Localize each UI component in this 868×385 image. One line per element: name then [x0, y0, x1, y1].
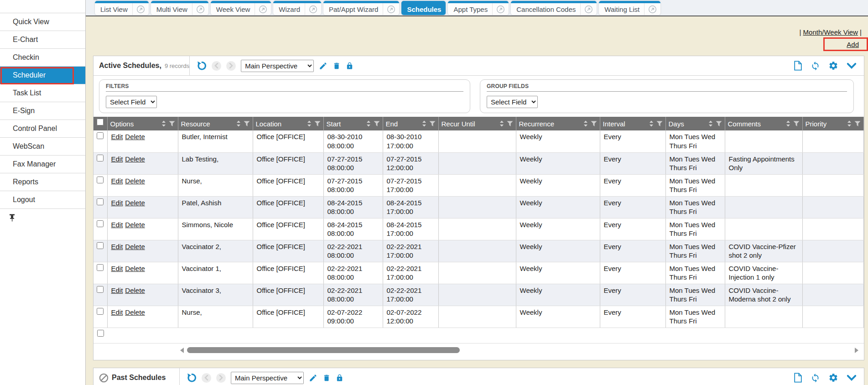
undo-icon[interactable] — [196, 61, 207, 71]
column-header[interactable]: Start — [323, 117, 383, 130]
open-new-window-icon[interactable] — [305, 3, 321, 15]
edit-pencil-icon[interactable] — [309, 374, 317, 382]
row-checkbox[interactable] — [97, 177, 104, 183]
tab[interactable]: Appt Types — [448, 1, 509, 15]
pin-icon[interactable] — [9, 214, 15, 222]
row-checkbox[interactable] — [97, 132, 104, 139]
delete-link[interactable]: Delete — [125, 199, 145, 207]
filter-funnel-icon[interactable] — [793, 121, 800, 127]
tab[interactable]: Wizard — [273, 1, 321, 15]
edit-pencil-icon[interactable] — [319, 62, 327, 70]
new-document-icon[interactable] — [794, 373, 802, 383]
scrollbar-thumb[interactable] — [187, 347, 460, 353]
scroll-left-icon[interactable] — [180, 348, 184, 353]
sidebar-item[interactable]: Logout — [0, 191, 85, 209]
tab[interactable]: Pat/Appt Wizard — [323, 1, 399, 15]
lock-icon[interactable] — [336, 374, 343, 382]
edit-link[interactable]: Edit — [111, 308, 123, 316]
edit-link[interactable]: Edit — [111, 221, 123, 229]
filter-funnel-icon[interactable] — [429, 121, 436, 127]
column-header[interactable]: Comments — [725, 117, 802, 130]
column-header[interactable]: Location — [253, 117, 323, 130]
refresh-icon[interactable] — [811, 373, 820, 383]
row-checkbox[interactable] — [97, 286, 104, 293]
sidebar-item[interactable]: Fax Manager — [0, 156, 85, 173]
prev-page-icon[interactable] — [212, 61, 221, 71]
row-checkbox[interactable] — [97, 242, 104, 249]
row-checkbox[interactable] — [97, 308, 104, 315]
sort-icon[interactable] — [307, 120, 312, 127]
delete-link[interactable]: Delete — [125, 308, 145, 316]
gear-icon[interactable] — [828, 61, 838, 71]
row-checkbox[interactable] — [97, 264, 104, 271]
open-new-window-icon[interactable] — [492, 3, 509, 15]
next-page-icon[interactable] — [216, 373, 226, 383]
sidebar-item[interactable]: Quick View — [0, 13, 85, 31]
sort-icon[interactable] — [421, 120, 427, 127]
delete-link[interactable]: Delete — [125, 133, 145, 140]
filter-funnel-icon[interactable] — [854, 121, 861, 127]
month-week-view-link[interactable]: Month/Week View — [803, 28, 858, 36]
tab[interactable]: List View — [95, 1, 149, 15]
edit-link[interactable]: Edit — [111, 133, 123, 140]
row-checkbox[interactable] — [97, 198, 104, 205]
row-checkbox[interactable] — [97, 155, 104, 161]
edit-link[interactable]: Edit — [111, 155, 123, 163]
trash-icon[interactable] — [322, 374, 331, 382]
filter-funnel-icon[interactable] — [374, 121, 380, 127]
undo-icon[interactable] — [186, 373, 197, 383]
sidebar-item[interactable]: E-Sign — [0, 102, 85, 120]
scroll-right-icon[interactable] — [855, 348, 858, 353]
sort-icon[interactable] — [499, 120, 504, 127]
tab[interactable]: Week View — [211, 1, 271, 15]
sidebar-item[interactable]: WebScan — [0, 138, 85, 156]
edit-link[interactable]: Edit — [111, 177, 123, 185]
select-all-checkbox[interactable] — [97, 119, 104, 125]
next-page-icon[interactable] — [226, 61, 236, 71]
column-header[interactable]: Interval — [600, 117, 665, 130]
filter-funnel-icon[interactable] — [244, 121, 250, 127]
prev-page-icon[interactable] — [202, 373, 211, 383]
filter-funnel-icon[interactable] — [656, 121, 663, 127]
filter-funnel-icon[interactable] — [314, 121, 321, 127]
collapse-chevron-icon[interactable] — [847, 62, 857, 69]
filters-field-select[interactable]: Select Field — [106, 96, 157, 108]
delete-link[interactable]: Delete — [125, 221, 145, 229]
sort-icon[interactable] — [161, 120, 166, 127]
edit-link[interactable]: Edit — [111, 243, 123, 250]
empty-row-checkbox[interactable] — [97, 330, 104, 337]
filter-funnel-icon[interactable] — [169, 121, 175, 127]
sidebar-item[interactable]: Reports — [0, 173, 85, 191]
sort-icon[interactable] — [583, 120, 588, 127]
open-new-window-icon[interactable] — [383, 3, 399, 15]
group-fields-select[interactable]: Select Field — [487, 96, 538, 108]
open-new-window-icon[interactable] — [580, 3, 597, 15]
refresh-icon[interactable] — [811, 61, 820, 71]
delete-link[interactable]: Delete — [125, 177, 145, 185]
sort-icon[interactable] — [708, 120, 713, 127]
column-header[interactable]: Priority — [802, 117, 864, 130]
delete-link[interactable]: Delete — [125, 265, 145, 272]
trash-icon[interactable] — [333, 62, 341, 70]
sidebar-item[interactable]: Task List — [0, 84, 85, 102]
column-header[interactable]: Options — [107, 117, 178, 130]
perspective-select[interactable]: Main Perspective — [241, 60, 314, 72]
tab[interactable]: Schedules — [401, 1, 446, 15]
open-new-window-icon[interactable] — [644, 3, 660, 15]
filter-funnel-icon[interactable] — [591, 121, 597, 127]
sort-icon[interactable] — [847, 120, 852, 127]
perspective-select[interactable]: Main Perspective — [231, 372, 304, 384]
sidebar-item[interactable]: Scheduler — [0, 67, 85, 84]
open-new-window-icon[interactable] — [255, 3, 271, 15]
collapse-chevron-icon[interactable] — [847, 375, 857, 381]
open-new-window-icon[interactable] — [192, 3, 208, 15]
column-header[interactable]: End — [383, 117, 438, 130]
sort-icon[interactable] — [649, 120, 654, 127]
tab[interactable]: Cancellation Codes — [511, 1, 597, 15]
tab[interactable]: Multi View — [151, 1, 208, 15]
edit-link[interactable]: Edit — [111, 265, 123, 272]
delete-link[interactable]: Delete — [125, 286, 145, 294]
column-header[interactable]: Days — [665, 117, 725, 130]
row-checkbox[interactable] — [97, 220, 104, 227]
gear-icon[interactable] — [828, 373, 838, 383]
